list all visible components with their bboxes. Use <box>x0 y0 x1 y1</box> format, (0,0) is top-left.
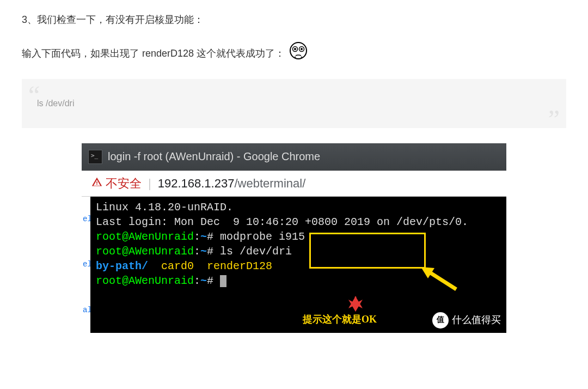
watermark-text: 什么值得买 <box>452 314 501 327</box>
url-host: 192.168.1.237 <box>158 177 235 190</box>
annotation-text: 提示这个就是OK <box>303 313 377 326</box>
svg-marker-7 <box>348 296 363 312</box>
watermark: 值 什么值得买 <box>432 312 501 329</box>
separator: | <box>146 177 154 191</box>
browser-urlbar: 不安全 | 192.168.1.237/webterminal/ <box>82 171 506 197</box>
svg-point-0 <box>290 42 307 59</box>
arrow-yellow-icon <box>418 265 462 296</box>
code-text: ls /dev/dri <box>37 99 74 108</box>
code-blockquote: ls /dev/dri <box>22 79 566 128</box>
window-titlebar: >_ login -f root (AWenUnraid) - Google C… <box>82 143 506 171</box>
url-text: 192.168.1.237/webterminal/ <box>158 177 306 191</box>
insecure-indicator: 不安全 <box>91 175 142 192</box>
terminal-line: Last login: Mon Dec 9 10:46:20 +0800 201… <box>96 215 502 229</box>
terminal-screenshot: >_ login -f root (AWenUnraid) - Google C… <box>82 143 506 333</box>
cropped-fragment: el el alt <box>82 197 90 333</box>
terminal-window-icon: >_ <box>88 150 102 164</box>
terminal-line: root@AWenUnraid:~# modprobe i915 <box>96 229 502 244</box>
terminal-line: root@AWenUnraid:~# ls /dev/dri <box>96 244 502 259</box>
svg-point-5 <box>295 57 296 58</box>
insecure-label: 不安全 <box>106 175 142 192</box>
svg-point-3 <box>294 48 296 50</box>
cursor-icon <box>220 275 226 287</box>
paragraph-1: 3、我们检查一下，有没有开启核显功能： <box>22 11 566 28</box>
url-path: /webterminal/ <box>234 177 305 190</box>
window-title: login -f root (AWenUnraid) - Google Chro… <box>108 150 320 163</box>
watermark-badge-icon: 值 <box>432 312 449 329</box>
paragraph-text: 输入下面代码，如果出现了 renderD128 这个就代表成功了： <box>22 45 285 62</box>
awkward-face-icon <box>289 41 308 65</box>
terminal-line: Linux 4.18.20-unRAID. <box>96 200 502 215</box>
paragraph-2: 输入下面代码，如果出现了 renderD128 这个就代表成功了： <box>22 41 566 65</box>
svg-point-4 <box>301 48 303 50</box>
svg-point-6 <box>301 57 303 58</box>
warning-icon <box>91 177 102 191</box>
terminal-body: el el alt Linux 4.18.20-unRAID. Last log… <box>82 197 506 333</box>
paragraph-text: 3、我们检查一下，有没有开启核显功能： <box>22 11 204 28</box>
